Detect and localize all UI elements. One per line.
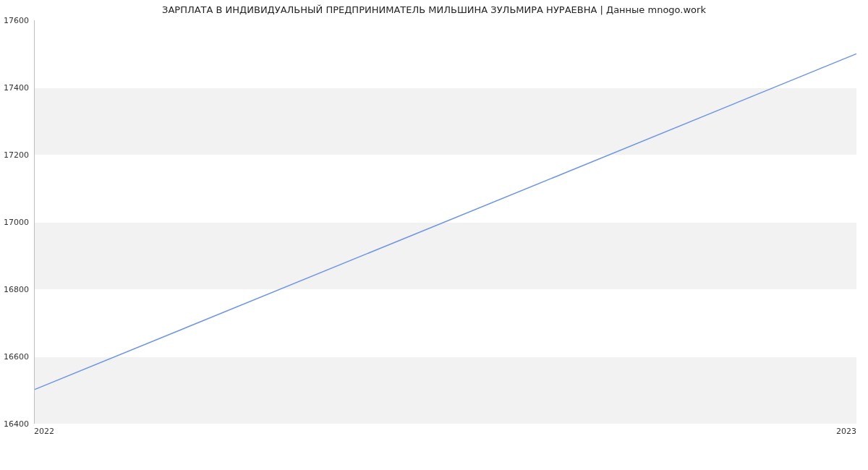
chart-container: ЗАРПЛАТА В ИНДИВИДУАЛЬНЫЙ ПРЕДПРИНИМАТЕЛ… xyxy=(0,0,868,470)
y-tick-label: 16400 xyxy=(0,419,29,429)
line-series xyxy=(35,20,856,423)
y-tick-label: 16800 xyxy=(0,285,29,294)
x-tick-label: 2023 xyxy=(836,427,856,436)
y-tick-label: 17200 xyxy=(0,150,29,160)
chart-title: ЗАРПЛАТА В ИНДИВИДУАЛЬНЫЙ ПРЕДПРИНИМАТЕЛ… xyxy=(0,4,868,15)
y-tick-label: 17400 xyxy=(0,83,29,93)
y-tick-label: 16600 xyxy=(0,352,29,362)
y-tick-label: 17600 xyxy=(0,16,29,25)
data-line xyxy=(35,54,856,389)
y-tick-label: 17000 xyxy=(0,218,29,227)
plot-area xyxy=(34,20,856,424)
x-tick-label: 2022 xyxy=(34,427,54,436)
